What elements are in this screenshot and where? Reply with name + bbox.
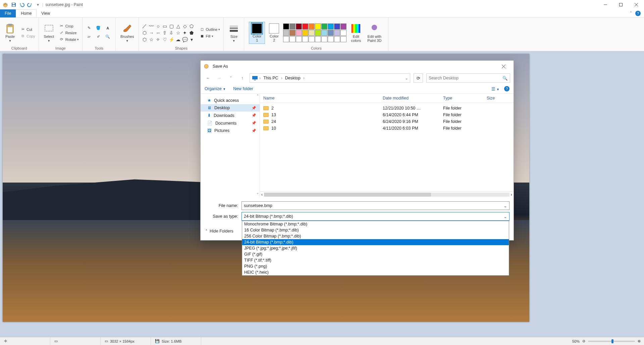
tree-item-documents[interactable]: 📄Documents📌 xyxy=(201,119,260,127)
tab-home[interactable]: Home xyxy=(16,9,37,17)
qa-undo-icon[interactable] xyxy=(18,1,25,8)
cut-button[interactable]: ✂Cut xyxy=(19,26,36,32)
ribbon-collapse-icon[interactable]: ˄ xyxy=(630,11,632,16)
color-swatch[interactable] xyxy=(289,23,296,29)
new-folder-button[interactable]: New folder xyxy=(233,86,253,91)
file-list-hscroll[interactable]: ‹ › xyxy=(260,191,514,197)
qa-customize-icon[interactable]: ▾ xyxy=(34,1,42,8)
hide-folders-button[interactable]: ˄Hide Folders xyxy=(205,229,233,234)
refresh-button[interactable]: ⟳ xyxy=(414,73,423,83)
help-icon[interactable]: ? xyxy=(635,11,641,16)
file-list[interactable]: 212/21/2020 10:50 …File folder136/14/202… xyxy=(260,103,514,191)
color-swatch-empty[interactable] xyxy=(328,36,334,42)
window-close-button[interactable] xyxy=(629,0,644,9)
color-swatch[interactable] xyxy=(309,30,315,36)
savetype-combobox[interactable]: 24-bit Bitmap (*.bmp;*.dib) ⌄ Monochrome… xyxy=(241,212,509,221)
shape-outline-button[interactable]: ◻Outline ▾ xyxy=(199,26,221,32)
color-swatch-empty[interactable] xyxy=(309,36,315,42)
color-swatch-empty[interactable] xyxy=(289,36,296,42)
eyedropper-icon[interactable]: ✐ xyxy=(95,33,102,41)
nav-back-button[interactable]: ← xyxy=(204,74,212,82)
color-swatch[interactable] xyxy=(309,23,315,29)
breadcrumb-dropdown-icon[interactable]: ⌄ xyxy=(405,76,408,80)
tree-item-quick-access[interactable]: ★Quick access xyxy=(201,96,260,104)
savetype-option[interactable]: GIF (*.gif) xyxy=(242,251,509,257)
color-swatch[interactable] xyxy=(328,30,334,36)
breadcrumb[interactable]: › This PC › Desktop › ⌄ xyxy=(250,73,410,83)
color-swatch[interactable] xyxy=(296,23,302,29)
scroll-right-icon[interactable]: › xyxy=(511,192,512,197)
qa-save-icon[interactable] xyxy=(10,1,17,8)
qa-redo-icon[interactable] xyxy=(26,1,34,8)
search-box[interactable]: 🔍 xyxy=(426,73,510,83)
search-input[interactable] xyxy=(429,76,502,80)
filename-input[interactable]: sunsetsee.bmp ⌄ xyxy=(241,201,509,210)
file-row[interactable]: 246/24/2020 9:16 PMFile folder xyxy=(263,118,510,125)
zoom-slider[interactable] xyxy=(588,341,635,342)
brushes-button[interactable]: Brushes ▼ xyxy=(118,22,136,44)
color-swatch[interactable] xyxy=(315,30,321,36)
color2-button[interactable]: Color 2 xyxy=(267,22,281,44)
file-list-header[interactable]: Name Date modified Type Size xyxy=(260,94,514,103)
crop-button[interactable]: ✂Crop xyxy=(58,23,79,29)
edit-colors-button[interactable]: Edit colors xyxy=(348,22,363,44)
copy-button[interactable]: ⧉Copy xyxy=(19,33,36,39)
color-swatch[interactable] xyxy=(321,23,327,29)
color-swatch[interactable] xyxy=(328,23,334,29)
tree-scroll-up-icon[interactable]: ˄ xyxy=(257,94,259,99)
file-row[interactable]: 104/11/2020 6:03 PMFile folder xyxy=(263,125,510,132)
color-swatch[interactable] xyxy=(334,30,340,36)
color-swatch-empty[interactable] xyxy=(334,36,340,42)
organize-button[interactable]: Organize ▼ xyxy=(205,86,226,91)
color-swatch[interactable] xyxy=(334,23,340,29)
color-swatch-empty[interactable] xyxy=(302,36,308,42)
color-swatch[interactable] xyxy=(315,23,321,29)
tree-item-pictures[interactable]: 🖼Pictures📌 xyxy=(201,127,260,134)
tree-item-desktop[interactable]: 🖥Desktop📌 xyxy=(201,104,260,112)
view-options-button[interactable]: ☰ ▼ xyxy=(491,86,499,91)
resize-button[interactable]: ⤢Resize xyxy=(58,30,79,36)
savetype-option[interactable]: HEIC (*.heic) xyxy=(242,269,509,275)
savetype-option[interactable]: PNG (*.png) xyxy=(242,263,509,269)
color1-button[interactable]: Color 1 xyxy=(249,22,265,44)
shape-fill-button[interactable]: ◼Fill ▾ xyxy=(199,33,221,39)
color-swatch[interactable] xyxy=(296,30,302,36)
folder-tree[interactable]: ˄ ★Quick access🖥Desktop📌⬇Downloads📌📄Docu… xyxy=(201,94,260,197)
tab-file[interactable]: File xyxy=(0,9,16,17)
savetype-option[interactable]: JPEG (*.jpg;*.jpeg;*.jpe;*.jfif) xyxy=(242,245,509,251)
color-swatch-empty[interactable] xyxy=(296,36,302,42)
savetype-option[interactable]: 16 Color Bitmap (*.bmp;*.dib) xyxy=(242,227,509,233)
nav-up-button[interactable]: ↑ xyxy=(238,74,246,82)
file-row[interactable]: 136/14/2020 6:44 PMFile folder xyxy=(263,112,510,118)
pencil-icon[interactable]: ✎ xyxy=(85,24,93,32)
magnifier-icon[interactable]: 🔍 xyxy=(104,33,111,41)
dialog-close-button[interactable] xyxy=(497,61,510,72)
bucket-icon[interactable]: 🪣 xyxy=(95,24,102,32)
rotate-button[interactable]: ⟳Rotate ▾ xyxy=(58,37,79,43)
color-swatch[interactable] xyxy=(302,23,308,29)
color-swatch-empty[interactable] xyxy=(340,36,346,42)
color-palette[interactable] xyxy=(283,23,346,42)
savetype-option[interactable]: 256 Color Bitmap (*.bmp;*.dib) xyxy=(242,233,509,239)
shapes-gallery[interactable]: ／〰○▭▢△◇⬠ ⬡→↔⇧⇩☆✦⬟ ⬡☆✧♡⚡☁💬▾ xyxy=(142,23,195,43)
nav-forward-button[interactable]: → xyxy=(215,74,223,82)
color-swatch[interactable] xyxy=(340,30,346,36)
eraser-icon[interactable]: ▱ xyxy=(85,33,93,41)
window-maximize-button[interactable] xyxy=(613,0,629,9)
color-swatch[interactable] xyxy=(283,23,289,29)
paint3d-button[interactable]: Edit with Paint 3D xyxy=(365,22,383,44)
color-swatch[interactable] xyxy=(302,30,308,36)
tree-scroll-down-icon[interactable]: ˅ xyxy=(257,192,259,197)
text-icon[interactable]: A xyxy=(104,24,111,32)
color-swatch-empty[interactable] xyxy=(315,36,321,42)
file-row[interactable]: 212/21/2020 10:50 …File folder xyxy=(263,105,510,112)
filename-history-icon[interactable]: ⌄ xyxy=(503,203,507,208)
zoom-in-button[interactable]: ⊕ xyxy=(638,339,641,343)
scroll-left-icon[interactable]: ‹ xyxy=(261,192,263,197)
tree-item-downloads[interactable]: ⬇Downloads📌 xyxy=(201,112,260,119)
color-swatch[interactable] xyxy=(321,30,327,36)
nav-recent-chevron-icon[interactable]: ˅ xyxy=(227,74,235,82)
scrollbar-track[interactable] xyxy=(264,193,509,197)
color-swatch[interactable] xyxy=(289,30,296,36)
dialog-help-icon[interactable]: ? xyxy=(504,86,509,91)
